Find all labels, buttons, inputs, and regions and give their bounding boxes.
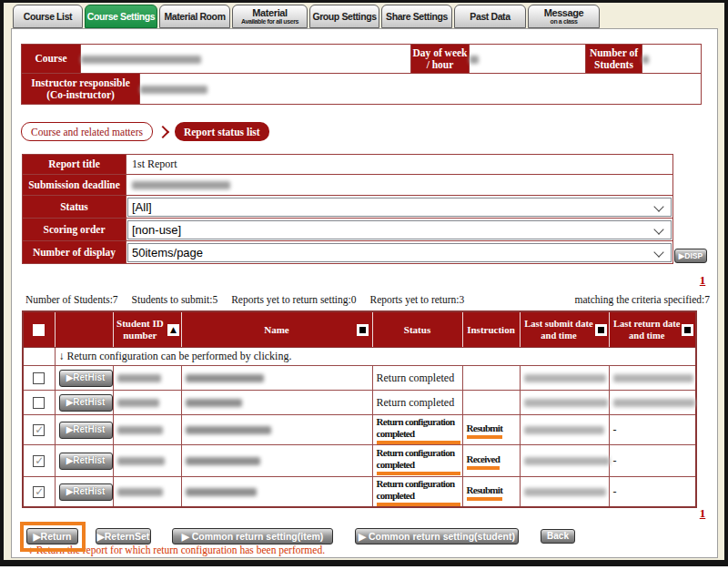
rethist-button[interactable]: ▶RetHist (59, 394, 113, 412)
disp-button[interactable]: ▶DISP (674, 249, 707, 263)
status-select-value: [All] (132, 200, 152, 214)
sort-icon[interactable] (595, 324, 607, 336)
redacted-name (186, 457, 260, 465)
tab-material[interactable]: MaterialAvailable for all users (232, 5, 308, 28)
tab-label: Material (252, 7, 287, 18)
table-row: ▶RetHist Return completed (23, 391, 696, 415)
select-all-header[interactable] (23, 311, 55, 348)
tab-material-room[interactable]: Material Room (159, 5, 230, 28)
last-return-value: - (609, 445, 696, 477)
report-status-table: Student ID number▲ Name Status Instructi… (22, 310, 697, 508)
rethist-button[interactable]: ▶RetHist (59, 422, 113, 439)
page-number-bottom[interactable]: 1 (693, 506, 713, 521)
return-button[interactable]: ▶Return (26, 528, 78, 544)
stat-students-to-submit: Students to submit:5 (132, 294, 218, 305)
number-of-display-select[interactable]: 50items/page (127, 243, 672, 262)
redacted-student-id (117, 399, 159, 407)
course-label: Course (22, 45, 81, 74)
instruction-text: Resubmit (467, 422, 503, 439)
status-select[interactable]: [All] (127, 198, 672, 217)
back-button[interactable]: Back (541, 529, 575, 544)
redacted-deadline (132, 181, 230, 189)
tab-label: Material Room (164, 11, 225, 22)
common-return-setting-item-button[interactable]: ▶ Common return setting(item) (172, 528, 333, 544)
returnset-button[interactable]: ▶ReternSet (96, 528, 151, 544)
number-of-students-value (642, 45, 702, 74)
tab-message[interactable]: Messageon a class (528, 5, 600, 28)
number-of-display-select-value: 50items/page (132, 246, 203, 259)
status-text: Return configuration completed (377, 447, 460, 475)
tab-sublabel: Available for all users (241, 18, 298, 25)
tab-label: Group Settings (312, 11, 376, 22)
redacted-student-id (117, 374, 161, 382)
status-text: Return configuration completed (377, 478, 460, 506)
redacted-date (524, 399, 608, 407)
scoring-order-select-value: [non-use] (132, 223, 181, 237)
last-submit-column-header[interactable]: Last submit date and time (520, 311, 609, 348)
name-column-header[interactable]: Name (181, 311, 372, 348)
tab-course-settings[interactable]: Course Settings (85, 5, 157, 28)
course-value (81, 45, 411, 74)
table-header-row: Student ID number▲ Name Status Instructi… (23, 311, 696, 348)
tab-bar: Course List Course Settings Material Roo… (13, 5, 600, 28)
content-panel: Course Day of week / hour Number of Stud… (11, 28, 718, 558)
report-title-value: 1st Report (126, 155, 673, 175)
column-label: Status (404, 324, 430, 335)
row-checkbox[interactable] (33, 455, 45, 467)
breadcrumb: Course and related matters Report status… (21, 122, 269, 141)
rethist-button[interactable]: ▶RetHist (59, 370, 113, 387)
column-label: Name (264, 324, 289, 335)
rethist-column-header (55, 311, 113, 348)
student-id-column-header[interactable]: Student ID number▲ (113, 311, 181, 348)
status-label: Status (23, 196, 126, 219)
tab-share-settings[interactable]: Share Settings (381, 5, 452, 28)
table-row: ▶RetHist Return configuration completed … (23, 445, 696, 477)
info-row-text: ↓ Return configuration can be performed … (55, 348, 696, 366)
status-text: Return completed (377, 396, 455, 409)
status-column-header: Status (372, 311, 462, 348)
last-return-column-header[interactable]: Last return date and time (609, 311, 696, 348)
report-filter-form: Report title 1st Report Submission deadl… (22, 154, 673, 264)
redacted-name (186, 374, 264, 382)
instruction-column-header: Instruction (462, 311, 520, 348)
instructor-value (140, 74, 702, 105)
redacted-date (524, 488, 606, 496)
page-frame: Course List Course Settings Material Roo… (0, 0, 728, 566)
sort-icon[interactable] (682, 324, 693, 336)
scoring-order-select[interactable]: [non-use] (127, 220, 672, 239)
rethist-button[interactable]: ▶RetHist (59, 483, 113, 501)
breadcrumb-label: Report status list (184, 127, 260, 137)
redacted-date (613, 374, 693, 382)
status-text: Return completed (377, 371, 455, 384)
stat-reports-yet-setting: Reports yet to return setting:0 (231, 294, 356, 305)
tab-label: Course Settings (87, 11, 156, 22)
tab-group-settings[interactable]: Group Settings (309, 5, 379, 28)
info-row-empty-cell (23, 348, 55, 366)
column-label: Last return date and time (612, 318, 682, 341)
common-return-setting-student-button[interactable]: ▶ Common return setting(student) (355, 528, 519, 544)
sort-ascending-icon[interactable]: ▲ (167, 324, 178, 336)
row-checkbox[interactable] (33, 424, 45, 436)
breadcrumb-course-matters[interactable]: Course and related matters (21, 122, 153, 141)
select-all-checkbox-icon[interactable] (33, 324, 45, 336)
instruction-text: Resubmit (467, 484, 503, 501)
sort-icon[interactable] (357, 324, 369, 336)
last-return-value: - (609, 477, 696, 508)
status-text: Return configuration completed (377, 416, 460, 444)
redacted-name (186, 488, 257, 496)
tab-past-data[interactable]: Past Data (454, 5, 526, 28)
tab-label: Message (544, 7, 584, 18)
tab-course-list[interactable]: Course List (13, 5, 83, 28)
number-of-display-label: Number of display (23, 241, 126, 264)
row-checkbox[interactable] (33, 397, 45, 409)
page-number-top[interactable]: 1 (693, 273, 713, 288)
number-of-students-label: Number of Students (586, 45, 642, 74)
stat-number-of-students: Number of Students:7 (25, 294, 118, 305)
redacted-count (642, 56, 649, 64)
redacted-instructor (140, 86, 207, 94)
day-of-week-label: Day of week / hour (411, 45, 470, 74)
row-checkbox[interactable] (33, 372, 45, 384)
row-checkbox[interactable] (33, 486, 45, 498)
rethist-button[interactable]: ▶RetHist (59, 453, 113, 470)
course-info-row2: Instructor responsible (Co-instructor) (21, 73, 702, 105)
